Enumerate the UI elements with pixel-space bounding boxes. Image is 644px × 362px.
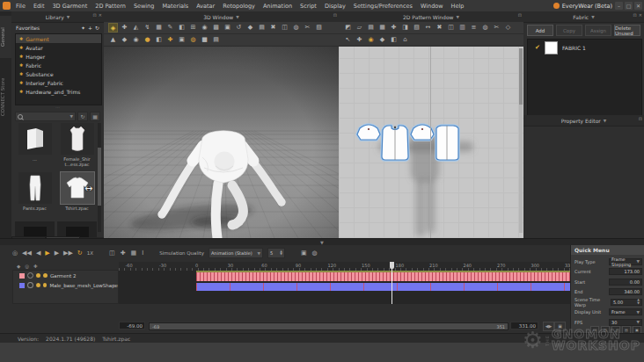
tool-icon[interactable]: ▲ bbox=[108, 35, 118, 45]
tool-icon[interactable]: ▧ bbox=[314, 23, 324, 33]
menu-item[interactable]: Materials bbox=[162, 3, 188, 10]
tool-icon[interactable]: ✚ bbox=[120, 23, 129, 33]
tool-icon[interactable]: ✎ bbox=[165, 23, 175, 33]
tool-icon[interactable]: ▧ bbox=[412, 23, 421, 33]
tool-icon[interactable]: ◫ bbox=[280, 23, 289, 33]
tool-icon[interactable]: ↖ bbox=[343, 35, 353, 45]
undock-icon[interactable]: ⊡ bbox=[93, 12, 97, 18]
refresh-icon[interactable]: ↻ bbox=[77, 112, 88, 121]
next-frame-button[interactable]: ▶ bbox=[55, 248, 59, 258]
tool-icon[interactable]: ◧ bbox=[389, 35, 399, 45]
menu-item[interactable]: Window bbox=[421, 3, 443, 10]
tool-icon[interactable]: ✚ bbox=[165, 35, 175, 45]
menu-item[interactable]: Animation bbox=[263, 3, 292, 10]
filter-icon[interactable]: ✚ bbox=[33, 264, 38, 269]
favorites-item[interactable]: ✱ Substance bbox=[16, 69, 101, 78]
tool-icon[interactable]: ↺ bbox=[234, 23, 244, 33]
tool-icon[interactable]: ▥ bbox=[457, 23, 467, 33]
library-thumb-partial[interactable] bbox=[57, 221, 97, 237]
tool-icon[interactable]: ⊞ bbox=[188, 23, 198, 33]
tool-icon[interactable]: ▤ bbox=[366, 23, 376, 33]
tool-icon[interactable]: ✚ bbox=[355, 35, 364, 45]
undock-icon[interactable]: ⊡ bbox=[333, 12, 337, 18]
menu-item[interactable]: 2D Pattern bbox=[95, 3, 126, 10]
tool-icon[interactable]: ▦ bbox=[377, 23, 387, 33]
maximize-button[interactable]: ▢ bbox=[625, 2, 633, 10]
playhead-handle[interactable] bbox=[390, 262, 394, 269]
menu-item[interactable]: Script bbox=[300, 3, 317, 10]
prev-frame-button[interactable]: ◀ bbox=[36, 248, 40, 258]
hscroll-thumb[interactable]: -69 351 bbox=[150, 323, 508, 329]
start-frame-input[interactable]: 0.00 bbox=[609, 279, 642, 286]
tool-icon[interactable]: ▦ bbox=[154, 23, 164, 33]
record-button[interactable]: ◎ bbox=[12, 248, 18, 258]
tool-icon[interactable]: ◉ bbox=[366, 35, 376, 45]
favorites-item[interactable]: ✱ Hardware_and_Trims bbox=[16, 87, 101, 96]
tool-icon[interactable]: ⌂ bbox=[400, 35, 410, 45]
tool-icon[interactable]: ◉ bbox=[200, 23, 209, 33]
menu-item[interactable]: Help bbox=[451, 3, 465, 10]
menu-item[interactable]: Edit bbox=[33, 3, 45, 10]
tool-icon[interactable]: ◧ bbox=[177, 23, 187, 33]
tool-icon[interactable]: ◆ bbox=[377, 35, 387, 45]
duplicate-icon[interactable]: ◫ bbox=[109, 248, 115, 258]
3d-viewport[interactable] bbox=[104, 47, 339, 238]
timeline-options-icon[interactable]: ◍ bbox=[312, 248, 318, 258]
favorites-item[interactable]: ✱ Garment bbox=[16, 34, 101, 43]
refresh-icon[interactable]: ↻ bbox=[95, 25, 99, 31]
skip-to-start-button[interactable]: ◀◀ bbox=[22, 248, 32, 258]
library-thumb-folder[interactable]: ... bbox=[15, 123, 55, 170]
library-thumb-pants[interactable]: Pants.zpac bbox=[15, 172, 55, 219]
add-user-icon[interactable]: + bbox=[88, 25, 92, 31]
close-button[interactable]: ✕ bbox=[634, 2, 642, 10]
panel-splitter[interactable]: ⋯ bbox=[15, 105, 100, 110]
tool-icon[interactable]: ◍ bbox=[188, 35, 198, 45]
fabric-item[interactable]: ✔ FABRIC 1 bbox=[528, 40, 641, 55]
library-thumb-female-shirt[interactable]: Female_Shir t...ess.zpac bbox=[57, 123, 97, 170]
tool-icon[interactable]: ■ bbox=[200, 35, 209, 45]
pattern-outlines[interactable] bbox=[357, 125, 458, 160]
undock-icon[interactable]: ⊡ bbox=[639, 116, 642, 121]
keyframe-dot-icon[interactable] bbox=[43, 273, 48, 278]
favorites-item[interactable]: ✱ Avatar bbox=[16, 43, 101, 52]
tool-icon[interactable]: ▣ bbox=[177, 35, 187, 45]
menu-item[interactable]: 3D Garment bbox=[52, 3, 87, 10]
favorites-item[interactable]: ✱ Fabric bbox=[16, 61, 101, 69]
fabric-panel-header[interactable]: Fabric▼ ⊡✕ bbox=[523, 11, 644, 23]
spinner-arrows-icon[interactable]: ▲▼ bbox=[637, 299, 640, 305]
property-editor-header[interactable]: Property Editor▼ ⊡ bbox=[523, 115, 644, 127]
search-input[interactable]: ▼ bbox=[15, 112, 76, 121]
tool-icon[interactable]: ▤ bbox=[257, 23, 267, 33]
2d-pattern-canvas[interactable] bbox=[339, 47, 523, 238]
fps-select[interactable]: 30▼ bbox=[609, 319, 642, 326]
favorite-icon[interactable]: ✦ bbox=[81, 25, 85, 31]
library-thumb-tshirt[interactable]: Tshirt.zpac bbox=[57, 172, 97, 219]
tool-icon[interactable]: ✖ bbox=[268, 23, 278, 33]
close-icon[interactable]: ✕ bbox=[99, 12, 102, 18]
quality-steps-spinner[interactable]: 5 ▲▼ bbox=[267, 248, 285, 258]
fabric-button[interactable]: Copy bbox=[556, 25, 582, 36]
visibility-icon[interactable]: ◎ bbox=[25, 264, 29, 269]
tool-icon[interactable]: ▣ bbox=[223, 23, 232, 33]
tool-icon[interactable]: ◆ bbox=[245, 23, 255, 33]
track-row-avatar[interactable]: Male_base_mesh_LowShape bbox=[13, 280, 118, 290]
library-thumb-partial[interactable] bbox=[15, 221, 55, 237]
menu-item[interactable]: Retopology bbox=[223, 3, 255, 10]
tool-icon[interactable]: ◍ bbox=[480, 23, 490, 33]
2d-scrollbar[interactable] bbox=[519, 48, 523, 233]
zoom-fit-icon[interactable]: ▣ bbox=[554, 322, 566, 331]
move-keys-icon[interactable]: ✚ bbox=[121, 248, 126, 258]
tool-icon[interactable]: ↯ bbox=[143, 23, 152, 33]
undock-icon[interactable]: ⊡ bbox=[633, 12, 637, 18]
track-radio[interactable] bbox=[27, 272, 33, 279]
frame-all-icon[interactable]: ▣ bbox=[301, 248, 307, 258]
tool-icon[interactable]: ◆ bbox=[120, 35, 129, 45]
keyframe-dot-icon[interactable] bbox=[36, 273, 40, 278]
fabric-button[interactable]: Delete Unused bbox=[614, 25, 640, 36]
view-start-input[interactable]: -69.00 bbox=[119, 322, 145, 329]
tool-icon[interactable]: ◩ bbox=[343, 23, 353, 33]
play-speed-label[interactable]: 1X bbox=[87, 248, 93, 258]
lock-icon[interactable]: ◆ bbox=[17, 264, 20, 269]
fabric-button[interactable]: Assign bbox=[585, 25, 611, 36]
garment-clip-bar[interactable] bbox=[196, 272, 570, 281]
